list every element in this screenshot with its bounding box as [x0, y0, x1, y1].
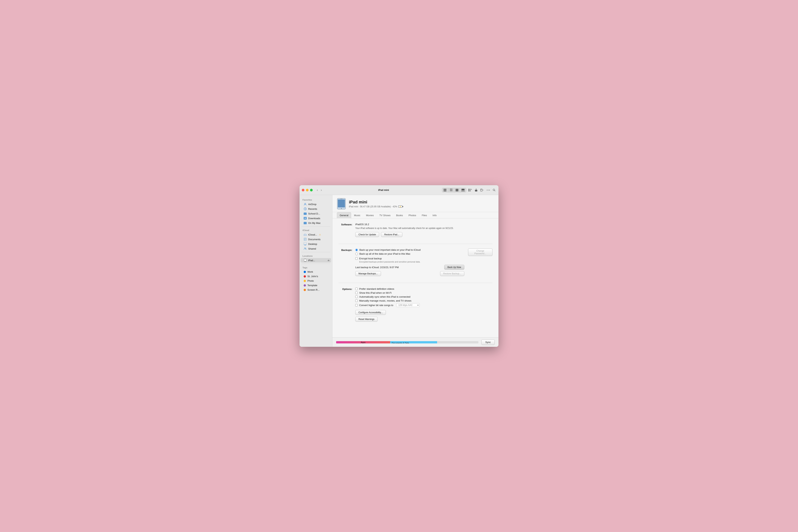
svg-rect-9 — [458, 189, 458, 191]
auto-sync-checkbox[interactable] — [355, 296, 358, 298]
school-folder-icon — [304, 212, 307, 215]
configure-accessibility-button[interactable]: Configure Accessibility... — [355, 310, 386, 315]
bitrate-select[interactable]: 128 kbps AAC — [396, 303, 420, 307]
sidebar-item-desktop[interactable]: Desktop — [301, 242, 331, 246]
svg-rect-7 — [456, 189, 456, 191]
close-button[interactable] — [302, 189, 304, 191]
onmymac-label: On My Mac — [308, 222, 321, 224]
tab-files[interactable]: Files — [419, 212, 430, 218]
battery-bolt: ⚡ — [399, 206, 401, 207]
list-view-button[interactable] — [448, 188, 454, 192]
sidebar-item-schoold[interactable]: School D... — [301, 211, 331, 216]
restore-ipad-button[interactable]: Restore iPad... — [381, 232, 402, 237]
backup-icloud-radio[interactable] — [355, 249, 358, 251]
last-backup-label: Last backup to iCloud: — [355, 266, 380, 269]
traffic-lights — [302, 189, 313, 191]
sidebar-item-recents[interactable]: Recents — [301, 207, 331, 211]
forward-button[interactable]: › — [320, 188, 323, 192]
svg-rect-44 — [338, 200, 345, 207]
tab-photos[interactable]: Photos — [406, 212, 419, 218]
tab-movies[interactable]: Movies — [363, 212, 377, 218]
sidebar-item-screenr[interactable]: Screen R... — [301, 288, 331, 292]
tab-general[interactable]: General — [337, 212, 351, 218]
show-wifi-option[interactable]: Show this iPad when on Wi-Fi — [355, 291, 492, 294]
sidebar-item-stjohns[interactable]: St. John's — [301, 274, 331, 279]
backup-icloud-option[interactable]: Back up your most important data on your… — [355, 248, 464, 251]
shared-label: Shared — [308, 247, 316, 250]
options-row: Options: Prefer standard definition vide… — [338, 287, 492, 322]
tab-info[interactable]: Info — [430, 212, 439, 218]
stjohns-tag-label: St. John's — [307, 275, 318, 278]
documents-icon — [304, 238, 307, 241]
icloud-label: iCloud — [300, 228, 332, 232]
gallery-view-button[interactable] — [460, 188, 466, 192]
finder-window: ‹ › iPad mini — [300, 185, 498, 347]
restore-backup-button[interactable]: Restore Backup... — [440, 271, 464, 276]
sidebar-item-documents[interactable]: Documents — [301, 237, 331, 242]
backups-row: Backups: Back up your most important dat… — [338, 248, 492, 276]
sidebar: Favorites AirDrop Recents School D... — [300, 195, 332, 347]
docs-segment: Documents & Data — [390, 341, 437, 343]
svg-rect-41 — [304, 259, 306, 261]
svg-rect-35 — [304, 243, 307, 245]
sidebar-item-airdrop[interactable]: AirDrop — [301, 202, 331, 206]
tab-music[interactable]: Music — [351, 212, 363, 218]
sidebar-item-icloud[interactable]: iCloud... ⚠ — [301, 232, 331, 237]
svg-rect-12 — [463, 191, 463, 191]
manually-manage-checkbox[interactable] — [355, 300, 358, 302]
software-label: Software: — [338, 223, 355, 226]
auto-sync-option[interactable]: Automatically sync when this iPad is con… — [355, 296, 492, 298]
share-button[interactable] — [474, 188, 478, 192]
convert-bitrate-checkbox[interactable] — [355, 304, 358, 306]
convert-bitrate-option[interactable]: Convert higher bit rate songs to 128 kbp… — [355, 303, 492, 307]
backup-mac-radio[interactable] — [355, 252, 358, 255]
svg-rect-2 — [444, 190, 445, 191]
ipad-location-icon — [304, 259, 307, 262]
desktop-icon — [304, 243, 307, 245]
change-password-button[interactable]: Change Password... — [468, 248, 492, 256]
sidebar-item-template[interactable]: Template — [301, 283, 331, 287]
svg-rect-46 — [340, 199, 343, 199]
sidebar-item-photo[interactable]: Photo — [301, 279, 331, 283]
sync-button[interactable]: Sync — [481, 340, 495, 345]
encrypt-checkbox[interactable] — [355, 257, 358, 260]
tab-books[interactable]: Books — [393, 212, 406, 218]
locations-label: Locations — [300, 253, 332, 258]
tab-tvshows[interactable]: TV Shows — [377, 212, 393, 218]
eject-button[interactable]: ⏏ — [327, 259, 329, 262]
column-view-button[interactable] — [454, 188, 460, 192]
main-layout: Favorites AirDrop Recents School D... — [300, 195, 498, 347]
back-button[interactable]: ‹ — [316, 188, 319, 192]
more-button[interactable] — [486, 188, 491, 192]
manually-manage-option[interactable]: Manually manage music, movies, and TV sh… — [355, 299, 492, 302]
apps-segment: Apps — [336, 341, 390, 343]
tags-button[interactable] — [480, 188, 484, 192]
sidebar-item-onmymac[interactable]: On My Mac — [301, 221, 331, 225]
reset-warnings-button[interactable]: Reset Warnings — [355, 317, 378, 322]
manage-backups-button[interactable]: Manage Backups... — [355, 271, 381, 276]
options-section: Options: Prefer standard definition vide… — [338, 287, 492, 328]
svg-point-39 — [305, 248, 306, 249]
prefer-sd-checkbox[interactable] — [355, 288, 358, 290]
check-update-button[interactable]: Check for Update — [355, 232, 379, 237]
icon-view-button[interactable] — [442, 188, 448, 192]
sidebar-item-shared[interactable]: Shared — [301, 246, 331, 251]
software-row: Software: iPadOS 16.2 Your iPad software… — [338, 223, 492, 237]
minimize-button[interactable] — [306, 189, 308, 191]
sidebar-item-downloads[interactable]: Downloads — [301, 216, 331, 221]
tags-label: Tags — [300, 265, 332, 269]
show-wifi-checkbox[interactable] — [355, 291, 358, 294]
device-icon — [337, 198, 346, 210]
maximize-button[interactable] — [310, 189, 313, 191]
sidebar-item-ipad[interactable]: iPad... ⏏ — [301, 258, 331, 263]
encrypt-option[interactable]: Encrypt local backup — [355, 257, 464, 260]
search-button[interactable] — [492, 188, 496, 192]
backups-label: Backups: — [338, 248, 355, 251]
backups-section: Backups: Back up your most important dat… — [338, 248, 492, 283]
sidebar-item-work[interactable]: Work — [301, 270, 331, 274]
prefer-sd-option[interactable]: Prefer standard definition videos — [355, 287, 492, 290]
group-by-button[interactable] — [468, 188, 473, 192]
apps-label: Apps — [361, 341, 365, 343]
back-up-now-button[interactable]: Back Up Now — [444, 265, 464, 270]
backup-mac-option[interactable]: Back up all of the data on your iPad to … — [355, 252, 464, 255]
